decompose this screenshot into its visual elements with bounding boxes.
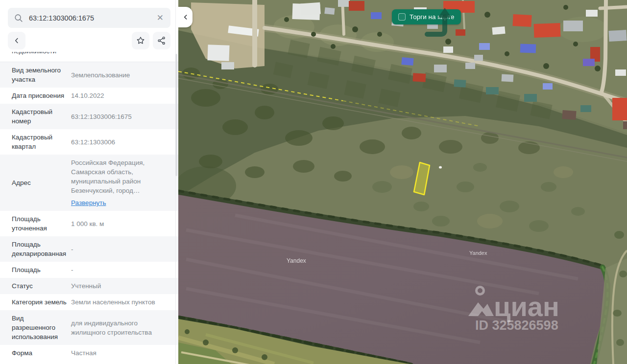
clear-search-icon[interactable]: ✕ <box>156 13 165 23</box>
row-label: Площадь <box>12 265 67 274</box>
yandex-watermark: Yandex <box>287 257 306 264</box>
row-value: Землепользование <box>67 70 171 80</box>
row-value: 63:12:1303006:1675 <box>67 112 171 121</box>
panel-actions <box>8 32 170 49</box>
table-row: Кадастровый квартал 63:12:1303006 <box>0 129 178 155</box>
table-row: Форма Частная <box>0 345 178 361</box>
address-text: Российская Федерация, Самарская область,… <box>71 159 145 194</box>
table-row: Площадь уточненная 1 000 кв. м <box>0 211 178 236</box>
collapse-sidebar-button[interactable] <box>178 7 193 27</box>
satellite-imagery: Yandex Yandex циан ID 325826598 <box>178 0 627 364</box>
cian-watermark: циан ID 325826598 <box>468 287 559 333</box>
row-label: Статус <box>12 281 67 291</box>
parcel-info-panel: ✕ недвижимости Вид земельного <box>0 0 178 364</box>
auctions-checkbox[interactable] <box>398 13 406 21</box>
table-row: Категория земель Земли населенных пункто… <box>0 294 178 310</box>
row-label: Кадастровый номер <box>12 107 67 126</box>
row-value: 14.10.2022 <box>67 91 171 100</box>
row-value: Российская Федерация, Самарская область,… <box>67 158 171 207</box>
svg-text:циан: циан <box>494 291 559 322</box>
favorite-button[interactable] <box>132 32 149 49</box>
table-row: Дата присвоения 14.10.2022 <box>0 88 178 104</box>
row-label: Дата присвоения <box>12 91 67 100</box>
share-icon <box>157 36 167 46</box>
row-label: Площадь уточненная <box>12 214 67 233</box>
row-label: Категория земель <box>12 297 67 307</box>
table-row: Вид разрешенного использования для индив… <box>0 310 178 345</box>
white-spot <box>439 166 442 169</box>
table-row-address: Адрес Российская Федерация, Самарская об… <box>0 155 178 211</box>
auctions-button-label: Торги на карте <box>410 13 455 21</box>
expand-address-link[interactable]: Развернуть <box>71 198 106 207</box>
satellite-map[interactable]: Yandex Yandex циан ID 325826598 Торги на… <box>178 0 627 364</box>
row-value: 1 000 кв. м <box>67 219 171 228</box>
parcel-attributes-table: Вид земельного участка Землепользование … <box>0 62 178 361</box>
chevron-left-icon <box>12 36 21 45</box>
table-row: Вид земельного участка Землепользование <box>0 62 178 88</box>
row-value: - <box>67 245 171 254</box>
search-input[interactable] <box>28 14 151 23</box>
search-bar[interactable]: ✕ <box>8 8 170 28</box>
yandex-watermark: Yandex <box>469 250 487 256</box>
row-label: Площадь декларированная <box>12 240 67 258</box>
chevron-left-icon <box>182 14 189 21</box>
star-icon <box>136 36 145 46</box>
table-row: Площадь - <box>0 262 178 278</box>
table-row: Статус Учтенный <box>0 278 178 294</box>
table-row: Кадастровый номер 63:12:1303006:1675 <box>0 104 178 129</box>
row-value: 63:12:1303006 <box>67 137 171 147</box>
clipped-previous-row: недвижимости <box>0 52 178 62</box>
table-row: Площадь декларированная - <box>0 236 178 262</box>
row-value: Земли населенных пунктов <box>67 297 171 307</box>
back-button[interactable] <box>8 32 25 49</box>
share-button[interactable] <box>153 32 170 49</box>
row-label: Вид земельного участка <box>12 66 67 84</box>
row-label: Форма <box>12 348 67 358</box>
row-value: для индивидуального жилищного строительс… <box>67 318 171 337</box>
row-label: Вид разрешенного использования <box>12 314 67 341</box>
row-value: Учтенный <box>67 281 171 291</box>
search-icon <box>14 13 24 23</box>
row-value: - <box>67 265 171 274</box>
row-label: Кадастровый квартал <box>12 133 67 151</box>
row-label: Адрес <box>12 178 67 187</box>
row-value: Частная <box>67 348 171 358</box>
scrollbar-thumb[interactable] <box>175 54 177 176</box>
svg-text:ID 325826598: ID 325826598 <box>475 318 558 333</box>
auctions-on-map-button[interactable]: Торги на карте <box>392 9 461 24</box>
